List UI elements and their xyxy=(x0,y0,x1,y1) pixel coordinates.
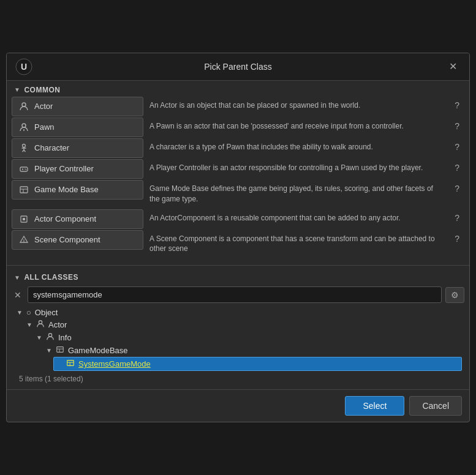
actor-component-row: Actor Component An ActorComponent is a r… xyxy=(12,209,464,229)
common-list: Actor An Actor is an object that can be … xyxy=(7,97,469,263)
actor-component-icon xyxy=(18,214,29,225)
character-row: Character A character is a type of Pawn … xyxy=(12,138,464,158)
actor-component-desc: An ActorComponent is a reusable componen… xyxy=(143,209,450,227)
game-mode-base-desc: Game Mode Base defines the game being pl… xyxy=(143,180,450,208)
player-controller-button[interactable]: Player Controller xyxy=(12,159,143,179)
dialog-title: Pick Parent Class xyxy=(204,62,271,72)
svg-rect-25 xyxy=(57,347,64,353)
game-mode-base-label: Game Mode Base xyxy=(34,185,99,194)
actor-component-help-icon[interactable]: ? xyxy=(450,209,464,226)
info-arrow-icon: ▼ xyxy=(36,334,43,341)
player-controller-help-icon[interactable]: ? xyxy=(450,159,464,176)
systemsgamemode-icon xyxy=(66,359,75,369)
title-bar: U Pick Parent Class ✕ xyxy=(7,53,469,81)
scene-component-desc: A Scene Component is a component that ha… xyxy=(143,230,450,258)
section-divider xyxy=(7,265,469,266)
svg-point-14 xyxy=(25,168,26,170)
scene-component-help-icon[interactable]: ? xyxy=(450,230,464,247)
svg-point-5 xyxy=(23,144,26,147)
player-controller-desc: A Player Controller is an actor responsi… xyxy=(143,159,450,177)
game-mode-base-row: Game Mode Base Game Mode Base defines th… xyxy=(12,180,464,208)
common-section-header: ▼ COMMON xyxy=(7,81,469,97)
character-desc: A character is a type of Pawn that inclu… xyxy=(143,138,450,156)
all-classes-section-header: ▼ ALL CLASSES xyxy=(7,268,469,284)
player-controller-label: Player Controller xyxy=(34,164,94,173)
object-arrow-icon: ▼ xyxy=(17,309,24,316)
pawn-row: Pawn A Pawn is an actor that can be 'pos… xyxy=(12,118,464,137)
gamemodebase-label: GameModeBase xyxy=(68,346,128,355)
svg-point-15 xyxy=(26,169,27,170)
svg-rect-16 xyxy=(20,187,28,193)
object-label: Object xyxy=(35,308,58,317)
tree-item-systemsgamemode[interactable]: SystemsGameMode xyxy=(53,357,462,371)
actor-button[interactable]: Actor xyxy=(12,97,143,116)
actor-icon xyxy=(18,101,29,112)
ue-logo-icon: U xyxy=(15,58,32,75)
pawn-desc: A Pawn is an actor that can be 'possesse… xyxy=(143,118,450,135)
character-label: Character xyxy=(34,143,69,152)
tree-item-object[interactable]: ▼ ○ Object xyxy=(14,307,462,318)
svg-point-3 xyxy=(22,124,26,127)
scene-component-row: Scene Component A Scene Component is a c… xyxy=(12,230,464,258)
search-clear-button[interactable]: ✕ xyxy=(12,289,24,301)
object-icon: ○ xyxy=(26,308,31,317)
svg-point-2 xyxy=(22,103,26,107)
pick-parent-class-dialog: U Pick Parent Class ✕ ▼ COMMON Actor An … xyxy=(6,53,470,422)
svg-rect-28 xyxy=(67,361,74,366)
pawn-label: Pawn xyxy=(34,122,55,132)
svg-rect-20 xyxy=(23,218,25,220)
actor-tree-icon xyxy=(36,320,45,330)
dialog-footer: Select Cancel xyxy=(7,389,469,422)
select-button[interactable]: Select xyxy=(345,396,404,416)
common-section-label: COMMON xyxy=(24,86,60,94)
all-classes-arrow-icon: ▼ xyxy=(14,274,20,281)
svg-rect-10 xyxy=(20,167,28,171)
title-bar-left: U xyxy=(15,58,32,75)
cancel-button[interactable]: Cancel xyxy=(409,396,462,416)
systemsgamemode-label: SystemsGameMode xyxy=(78,359,151,368)
actor-row: Actor An Actor is an object that can be … xyxy=(12,97,464,116)
gamemodebase-arrow-icon: ▼ xyxy=(46,347,53,354)
character-icon xyxy=(18,143,29,154)
settings-gear-button[interactable]: ⚙ xyxy=(445,287,464,303)
game-mode-base-icon xyxy=(18,184,29,195)
svg-point-24 xyxy=(48,334,51,337)
character-help-icon[interactable]: ? xyxy=(450,138,464,155)
pawn-icon xyxy=(18,122,29,133)
status-bar: 5 items (1 selected) xyxy=(12,371,464,387)
actor-component-label: Actor Component xyxy=(34,214,96,223)
close-button[interactable]: ✕ xyxy=(445,59,461,73)
actor-component-button[interactable]: Actor Component xyxy=(12,209,143,229)
class-tree-view: ▼ ○ Object ▼ Actor ▼ Info xyxy=(12,307,464,371)
search-row: ✕ ⚙ xyxy=(12,286,464,303)
all-classes-section-label: ALL CLASSES xyxy=(24,273,78,282)
scene-component-button[interactable]: Scene Component xyxy=(12,230,143,250)
search-input[interactable] xyxy=(28,286,442,303)
player-controller-row: Player Controller A Player Controller is… xyxy=(12,159,464,179)
status-text: 5 items (1 selected) xyxy=(19,375,83,383)
player-controller-icon xyxy=(18,163,29,174)
info-icon xyxy=(46,332,55,343)
common-arrow-icon: ▼ xyxy=(14,86,20,93)
game-mode-base-button[interactable]: Game Mode Base xyxy=(12,180,143,200)
actor-tree-arrow-icon: ▼ xyxy=(26,321,34,328)
game-mode-base-help-icon[interactable]: ? xyxy=(450,180,464,197)
tree-item-gamemodebase[interactable]: ▼ GameModeBase xyxy=(43,344,462,357)
info-label: Info xyxy=(58,333,72,342)
character-button[interactable]: Character xyxy=(12,138,143,158)
actor-tree-label: Actor xyxy=(48,320,67,329)
actor-label: Actor xyxy=(34,102,53,111)
actor-desc: An Actor is an object that can be placed… xyxy=(143,97,450,114)
all-classes-section: ✕ ⚙ ▼ ○ Object ▼ Actor ▼ xyxy=(7,284,469,387)
svg-line-9 xyxy=(24,150,26,152)
scene-component-icon xyxy=(18,234,29,245)
tree-item-info[interactable]: ▼ Info xyxy=(34,331,462,344)
pawn-button[interactable]: Pawn xyxy=(12,118,143,137)
pawn-help-icon[interactable]: ? xyxy=(450,118,464,135)
svg-text:U: U xyxy=(21,62,27,72)
scene-component-label: Scene Component xyxy=(34,235,100,244)
tree-item-actor[interactable]: ▼ Actor xyxy=(24,318,462,331)
gamemodebase-icon xyxy=(56,345,64,356)
svg-point-23 xyxy=(39,321,42,324)
actor-help-icon[interactable]: ? xyxy=(450,97,464,114)
